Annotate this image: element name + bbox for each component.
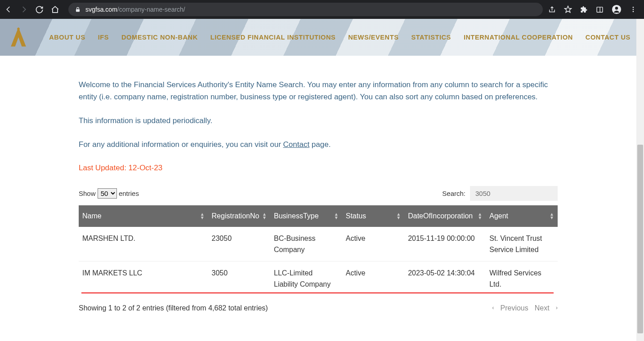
col-status[interactable]: Status▲▼ bbox=[342, 205, 404, 226]
search-control: Search: bbox=[442, 186, 558, 201]
sort-icon: ▲▼ bbox=[334, 213, 339, 220]
svg-point-8 bbox=[633, 11, 634, 12]
svg-point-7 bbox=[633, 9, 634, 10]
length-suffix: entries bbox=[119, 190, 139, 197]
length-select[interactable]: 50 bbox=[98, 188, 117, 199]
cell-agent: St. Vincent Trust Service Limited bbox=[486, 227, 558, 261]
content: Welcome to the Financial Services Author… bbox=[0, 56, 636, 314]
nav-intl-coop[interactable]: INTERNATIONAL COOPERATION bbox=[464, 34, 573, 41]
sort-icon: ▲▼ bbox=[478, 213, 482, 220]
sort-icon: ▲▼ bbox=[550, 213, 554, 220]
intro-p3-prefix: For any additional information or enquir… bbox=[79, 140, 283, 149]
cell-type: LLC-Limited Liability Company bbox=[270, 261, 342, 296]
intro-p3-suffix: page. bbox=[309, 140, 331, 149]
cell-status: Active bbox=[342, 261, 404, 296]
cell-reg: 3050 bbox=[208, 261, 270, 296]
url-text: svgfsa.com/company-name-search/ bbox=[85, 6, 185, 13]
cell-date: 2023-05-02 14:30:04 bbox=[404, 261, 486, 296]
home-icon[interactable] bbox=[51, 5, 59, 14]
nav-contact-us[interactable]: CONTACT US bbox=[586, 34, 631, 41]
previous-button[interactable]: Previous bbox=[501, 302, 528, 314]
nav-licensed-fi[interactable]: LICENSED FINANCIAL INSTITUTIONS bbox=[210, 34, 336, 41]
forward-icon[interactable] bbox=[20, 5, 28, 13]
nav-ifs[interactable]: IFS bbox=[98, 34, 109, 41]
nav-domestic-nonbank[interactable]: DOMESTIC NON-BANK bbox=[121, 34, 198, 41]
sort-icon: ▲▼ bbox=[396, 213, 401, 220]
chevron-right-icon: › bbox=[556, 303, 558, 313]
back-icon[interactable] bbox=[4, 5, 13, 13]
cell-status: Active bbox=[342, 227, 404, 261]
scrollbar-thumb[interactable] bbox=[637, 145, 643, 333]
pager: ‹ Previous Next › bbox=[492, 302, 558, 314]
length-control: Show 50 entries bbox=[79, 188, 139, 199]
reload-icon[interactable] bbox=[35, 5, 44, 14]
url-path: /company-name-search/ bbox=[117, 6, 185, 13]
kebab-menu-icon[interactable] bbox=[630, 6, 637, 13]
sort-icon: ▲▼ bbox=[262, 213, 267, 220]
svg-point-10 bbox=[17, 28, 20, 31]
nav-news-events[interactable]: NEWS/EVENTS bbox=[348, 34, 398, 41]
site-header: ABOUT US IFS DOMESTIC NON-BANK LICENSED … bbox=[0, 19, 636, 56]
nav-about-us[interactable]: ABOUT US bbox=[49, 34, 85, 41]
col-business-type[interactable]: BusinessType▲▼ bbox=[270, 205, 342, 226]
cell-agent: Wilfred Services Ltd. bbox=[486, 261, 558, 296]
table-info: Showing 1 to 2 of 2 entries (filtered fr… bbox=[79, 302, 268, 314]
cell-name: IM MARKETS LLC bbox=[79, 261, 208, 296]
svg-point-6 bbox=[633, 7, 634, 8]
chrome-actions bbox=[548, 4, 637, 14]
svg-rect-0 bbox=[76, 9, 80, 12]
url-bar[interactable]: svgfsa.com/company-name-search/ bbox=[68, 3, 543, 16]
browser-toolbar: svgfsa.com/company-name-search/ bbox=[0, 0, 644, 19]
cell-reg: 23050 bbox=[208, 227, 270, 261]
cell-type: BC-Business Company bbox=[270, 227, 342, 261]
nav-controls bbox=[4, 5, 59, 14]
search-label: Search: bbox=[442, 188, 465, 199]
annotation-underline bbox=[81, 292, 554, 293]
svg-point-5 bbox=[615, 7, 618, 9]
contact-link[interactable]: Contact bbox=[283, 140, 310, 149]
datatable-footer: Showing 1 to 2 of 2 entries (filtered fr… bbox=[79, 302, 558, 314]
entities-table: Name▲▼ RegistrationNo▲▼ BusinessType▲▼ S… bbox=[79, 205, 558, 296]
svg-marker-1 bbox=[565, 6, 572, 13]
cell-date: 2015-11-19 00:00:00 bbox=[404, 227, 486, 261]
search-input[interactable] bbox=[470, 186, 558, 201]
intro-paragraph-3: For any additional information or enquir… bbox=[79, 139, 558, 151]
vertical-scrollbar[interactable] bbox=[636, 19, 644, 341]
table-header-row: Name▲▼ RegistrationNo▲▼ BusinessType▲▼ S… bbox=[79, 205, 558, 226]
profile-avatar-icon[interactable] bbox=[612, 4, 622, 14]
col-registration-no[interactable]: RegistrationNo▲▼ bbox=[208, 205, 270, 226]
bookmark-star-icon[interactable] bbox=[564, 5, 572, 13]
sort-icon: ▲▼ bbox=[200, 213, 205, 220]
table-row: IM MARKETS LLC 3050 LLC-Limited Liabilit… bbox=[79, 261, 558, 296]
panel-icon[interactable] bbox=[596, 6, 604, 13]
col-agent[interactable]: Agent▲▼ bbox=[486, 205, 558, 226]
extensions-icon[interactable] bbox=[580, 6, 588, 13]
site-logo[interactable] bbox=[6, 25, 31, 50]
cell-name: MARSHEN LTD. bbox=[79, 227, 208, 261]
length-prefix: Show bbox=[79, 190, 98, 197]
last-updated: Last Updated: 12-Oct-23 bbox=[79, 162, 558, 174]
col-name[interactable]: Name▲▼ bbox=[79, 205, 208, 226]
share-icon[interactable] bbox=[548, 6, 556, 13]
url-domain: svgfsa.com bbox=[85, 6, 117, 13]
intro-paragraph-2: This information is updated periodically… bbox=[79, 115, 558, 127]
chevron-left-icon: ‹ bbox=[492, 303, 494, 313]
next-button[interactable]: Next bbox=[535, 302, 550, 314]
lock-icon bbox=[75, 6, 81, 13]
col-date-incorporation[interactable]: DateOfIncorporation▲▼ bbox=[404, 205, 486, 226]
nav-statistics[interactable]: STATISTICS bbox=[411, 34, 451, 41]
intro-paragraph-1: Welcome to the Financial Services Author… bbox=[79, 79, 558, 103]
datatable-controls: Show 50 entries Search: bbox=[79, 186, 558, 201]
table-row: MARSHEN LTD. 23050 BC-Business Company A… bbox=[79, 227, 558, 261]
